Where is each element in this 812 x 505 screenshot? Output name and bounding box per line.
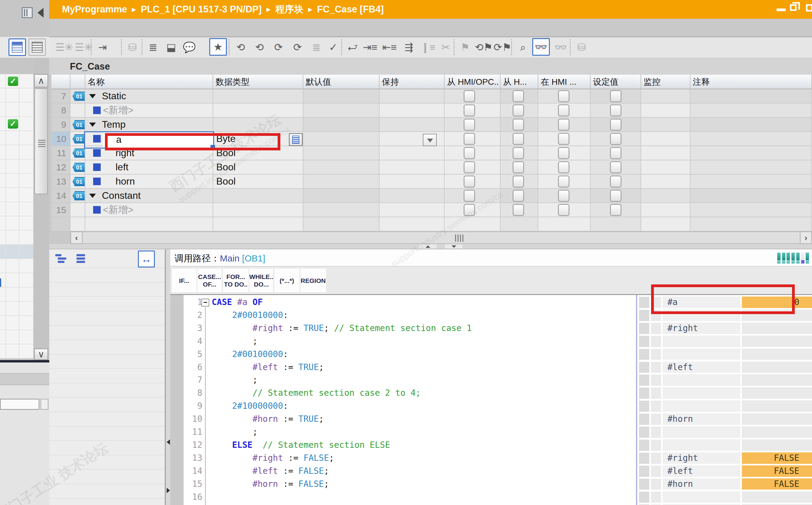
- snippet-button[interactable]: IF...: [172, 269, 197, 292]
- checkbox[interactable]: [610, 161, 621, 173]
- compile-check-icon[interactable]: ✓: [325, 39, 341, 55]
- checkbox[interactable]: [513, 119, 524, 131]
- list-icon[interactable]: ≣: [308, 39, 324, 55]
- table-cell[interactable]: [641, 89, 690, 103]
- table-view-button[interactable]: [8, 38, 26, 56]
- panel-window-icon[interactable]: [22, 7, 33, 18]
- watch-value[interactable]: [742, 374, 812, 386]
- watch-name[interactable]: [662, 426, 740, 438]
- table-export-button[interactable]: [28, 38, 46, 56]
- sort-lines-icon[interactable]: [73, 253, 88, 265]
- insert-line-icon[interactable]: ❙≡: [421, 39, 436, 55]
- table-cell[interactable]: [691, 203, 811, 217]
- column-header[interactable]: 默认值: [303, 75, 379, 89]
- delete-line-icon[interactable]: ✂: [438, 39, 454, 55]
- left-bottom-button[interactable]: [40, 399, 48, 410]
- undo-icon[interactable]: ⟲: [252, 39, 267, 55]
- checkbox[interactable]: [610, 190, 621, 202]
- splitter-left-icon[interactable]: [167, 439, 170, 445]
- watch-value[interactable]: [742, 387, 812, 399]
- breakpoint-gutter[interactable]: [170, 295, 184, 505]
- table-cell[interactable]: [641, 203, 690, 217]
- outdent-icon[interactable]: ⇤≡: [382, 39, 397, 55]
- add-new-placeholder[interactable]: <新增>: [103, 104, 133, 117]
- expand-rows-icon[interactable]: ≣: [145, 39, 161, 55]
- step-back-icon[interactable]: ⮐: [345, 39, 360, 55]
- type-select-icon[interactable]: [289, 133, 303, 146]
- find-icon[interactable]: ⌕: [515, 39, 531, 55]
- monitor-off-icon[interactable]: 👓: [553, 39, 569, 55]
- watch-name[interactable]: #left: [662, 362, 740, 373]
- watch-value[interactable]: [742, 491, 812, 503]
- watch-name[interactable]: [662, 491, 740, 503]
- table-cell[interactable]: [303, 175, 379, 188]
- minimize-icon[interactable]: [777, 8, 786, 11]
- code-line[interactable]: #right := FALSE;: [212, 453, 334, 463]
- code-line[interactable]: ELSE // Statement section ELSE: [212, 440, 390, 450]
- collapse-arrow-icon[interactable]: [89, 123, 96, 127]
- checkbox[interactable]: [464, 90, 475, 102]
- snippet-button[interactable]: FOR... TO DO..: [223, 269, 249, 292]
- table-cell[interactable]: [303, 189, 379, 202]
- column-header[interactable]: 数据类型: [213, 75, 303, 89]
- checkbox[interactable]: [558, 175, 569, 188]
- table-cell[interactable]: [213, 89, 303, 103]
- watch-value[interactable]: [742, 413, 812, 425]
- watch-value[interactable]: [742, 362, 812, 373]
- variable-name[interactable]: horn: [115, 175, 135, 188]
- scroll-left-icon[interactable]: ‹: [70, 231, 82, 244]
- code-line[interactable]: 2#10000000:: [212, 401, 288, 411]
- vertical-splitter[interactable]: [165, 249, 170, 505]
- insert-row-icon[interactable]: ☰✳: [55, 39, 71, 55]
- checkbox[interactable]: [610, 105, 621, 117]
- rewind-icon[interactable]: ⟲: [233, 39, 249, 55]
- table-cell[interactable]: [691, 146, 811, 160]
- breadcrumb-item[interactable]: 程序块: [275, 3, 303, 16]
- checkbox[interactable]: [464, 190, 475, 202]
- collapse-left-icon[interactable]: [37, 8, 43, 18]
- snippet-button[interactable]: REGION: [300, 269, 326, 292]
- checkbox[interactable]: [610, 133, 621, 145]
- favorites-icon[interactable]: ★: [209, 38, 227, 56]
- column-header[interactable]: 注释: [691, 75, 812, 89]
- checkbox[interactable]: [464, 105, 475, 117]
- checkbox[interactable]: [558, 105, 569, 117]
- watch-value[interactable]: FALSE: [742, 465, 812, 477]
- checkbox[interactable]: [610, 119, 621, 131]
- scroll-right-icon[interactable]: ›: [800, 231, 812, 244]
- watch-name[interactable]: #left: [662, 465, 740, 477]
- sort-structure-icon[interactable]: [55, 253, 70, 265]
- variable-name[interactable]: left: [115, 160, 128, 174]
- checkbox[interactable]: [464, 119, 475, 131]
- bookmark-next-icon[interactable]: ⟳⚑: [494, 39, 509, 55]
- table-cell[interactable]: [691, 160, 811, 174]
- bookmark-new-icon[interactable]: ⚑: [457, 39, 473, 55]
- splitter-right-icon[interactable]: [167, 488, 170, 493]
- table-cell[interactable]: [213, 104, 303, 117]
- table-cell[interactable]: [691, 132, 811, 146]
- table-cell[interactable]: [641, 104, 690, 117]
- group-name[interactable]: Constant: [102, 189, 141, 202]
- checkbox[interactable]: [513, 161, 524, 173]
- breadcrumb-item[interactable]: MyProgramme: [62, 4, 127, 15]
- table-cell[interactable]: [303, 132, 379, 146]
- checkbox[interactable]: [513, 147, 524, 159]
- retain-dropdown-icon[interactable]: [423, 134, 437, 146]
- watch-name[interactable]: [662, 439, 740, 451]
- table-cell[interactable]: [641, 118, 690, 131]
- table-cell[interactable]: [379, 104, 444, 117]
- table-cell[interactable]: [641, 175, 690, 188]
- scroll-down-icon[interactable]: ∨: [34, 349, 48, 360]
- bookmark-previous-icon[interactable]: ⟲⚑: [475, 39, 491, 55]
- column-header[interactable]: 从 H...: [501, 75, 538, 89]
- column-header[interactable]: 监控: [641, 75, 691, 89]
- table-cell[interactable]: [641, 146, 690, 160]
- checkbox[interactable]: [513, 190, 524, 202]
- watch-value[interactable]: [742, 323, 812, 334]
- table-cell[interactable]: [213, 203, 303, 217]
- table-cell[interactable]: [641, 189, 690, 202]
- checkbox[interactable]: [610, 175, 621, 188]
- code-editor[interactable]: 1CASE #a OF22#00010000:3#right := TRUE; …: [170, 294, 812, 505]
- checkbox[interactable]: [464, 161, 475, 173]
- table-cell[interactable]: [379, 146, 444, 160]
